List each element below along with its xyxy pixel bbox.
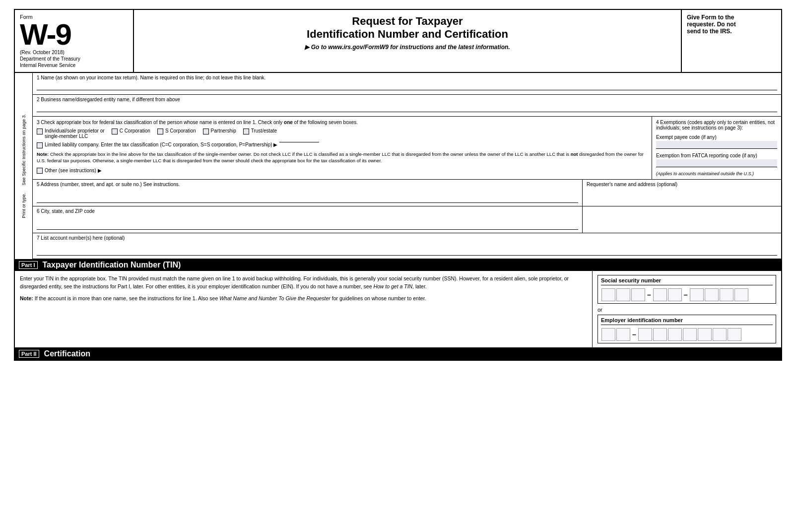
- ein-box-7[interactable]: [698, 328, 712, 341]
- header-instruction: ▶ Go to www.irs.gov/FormW9 for instructi…: [144, 44, 671, 51]
- side-label-text2: See Specific Instructions on page 3.: [21, 114, 26, 186]
- field5-label: 5 Address (number, street, and apt. or s…: [37, 182, 578, 187]
- check-trust: Trust/estate: [243, 128, 277, 134]
- field1-input[interactable]: [37, 81, 777, 90]
- field3-section: 3 Check appropriate box for federal tax …: [33, 117, 652, 179]
- field2-input[interactable]: [37, 103, 777, 112]
- ssn-box-2[interactable]: [616, 288, 630, 301]
- ein-box-6[interactable]: [683, 328, 697, 341]
- part1-note-bold: Note:: [20, 295, 33, 301]
- label-trust: Trust/estate: [251, 128, 277, 133]
- form-body: Print or type. See Specific Instructions…: [15, 73, 781, 259]
- ein-box-4[interactable]: [653, 328, 667, 341]
- ssn-box-7[interactable]: [705, 288, 719, 301]
- checkbox-s-corp[interactable]: [157, 129, 163, 134]
- ein-dash: –: [632, 331, 636, 338]
- checkbox-individual[interactable]: [37, 129, 43, 134]
- row3-4: 3 Check appropriate box for federal tax …: [33, 117, 781, 180]
- what-name-italic: What Name and Number To Give the Request…: [219, 295, 331, 301]
- how-to-get-tin: How to get a TIN,: [373, 283, 414, 289]
- ein-group: Employer identification number –: [597, 315, 776, 343]
- give-form-line2: requester. Do not: [687, 21, 776, 28]
- header-right: Give Form to the requester. Do not send …: [682, 10, 781, 72]
- ssn-dash-1: –: [647, 291, 651, 299]
- ssn-box-9[interactable]: [734, 288, 748, 301]
- check-individual: Individual/sole proprietor orsingle-memb…: [37, 128, 105, 139]
- part1-body: Enter your TIN in the appropriate box. T…: [15, 271, 781, 348]
- field6-row: 6 City, state, and ZIP code: [33, 206, 781, 233]
- field6-input[interactable]: [37, 221, 578, 230]
- ssn-box-5[interactable]: [668, 288, 682, 301]
- field7-input[interactable]: [37, 247, 777, 256]
- check-c-corp: C Corporation: [112, 128, 150, 134]
- checkbox-trust[interactable]: [243, 129, 249, 134]
- ssn-box-3[interactable]: [631, 288, 645, 301]
- side-label: Print or type. See Specific Instructions…: [20, 112, 27, 220]
- other-row: Other (see instructions) ▶: [37, 167, 648, 174]
- ein-box-5[interactable]: [668, 328, 682, 341]
- part2-badge: Part II: [19, 350, 39, 358]
- field2-row: 2 Business name/disregarded entity name,…: [33, 95, 781, 117]
- label-individual: Individual/sole proprietor orsingle-memb…: [45, 128, 105, 139]
- ssn-box-8[interactable]: [720, 288, 733, 301]
- check-s-corp: S Corporation: [157, 128, 196, 134]
- field3-label-one: one: [284, 120, 293, 125]
- ein-box-3[interactable]: [638, 328, 652, 341]
- other-label: Other (see instructions) ▶: [45, 168, 102, 173]
- ssn-dash-2: –: [684, 291, 688, 299]
- field5-row: 5 Address (number, street, and apt. or s…: [33, 180, 781, 206]
- instruction-text: ▶ Go to www.irs.gov/FormW9 for instructi…: [305, 44, 510, 51]
- part2-header: Part II Certification: [15, 348, 781, 360]
- ein-box-1[interactable]: [601, 328, 615, 341]
- ein-box-9[interactable]: [728, 328, 741, 341]
- w9-form: Form W-9 (Rev. October 2018) Department …: [14, 9, 782, 361]
- field6-right: [583, 206, 781, 233]
- give-form-line1: Give Form to the: [687, 14, 776, 21]
- ein-label: Employer identification number: [601, 317, 773, 325]
- ein-box-2[interactable]: [616, 328, 630, 341]
- part1-header: Part I Taxpayer Identification Number (T…: [15, 259, 781, 271]
- requesters-right: Requester's name and address (optional): [583, 180, 781, 206]
- label-s-corp: S Corporation: [165, 128, 196, 133]
- field6-label: 6 City, state, and ZIP code: [37, 208, 578, 214]
- ssn-group: Social security number – –: [597, 275, 776, 304]
- ssn-box-1[interactable]: [601, 288, 615, 301]
- field3-label: 3 Check appropriate box for federal tax …: [37, 120, 648, 125]
- checkbox-llc[interactable]: [37, 142, 43, 148]
- form-number: W-9: [20, 20, 128, 50]
- checkbox-partnership[interactable]: [203, 129, 209, 134]
- header-left: Form W-9 (Rev. October 2018) Department …: [15, 10, 134, 72]
- part1-badge: Part I: [19, 261, 38, 269]
- note-not: not: [571, 151, 578, 157]
- field1-label: 1 Name (as shown on your income tax retu…: [37, 75, 777, 80]
- exempt-payee-input[interactable]: [656, 141, 777, 149]
- part1-right: Social security number – – or: [593, 271, 781, 347]
- field7-label: 7 List account number(s) here (optional): [37, 235, 777, 241]
- ssn-box-4[interactable]: [653, 288, 667, 301]
- label-c-corp: C Corporation: [120, 128, 150, 133]
- ein-box-8[interactable]: [713, 328, 727, 341]
- fatca-input[interactable]: [656, 159, 777, 167]
- part1-left: Enter your TIN in the appropriate box. T…: [15, 271, 593, 347]
- ssn-box-6[interactable]: [690, 288, 704, 301]
- field4-section: 4 Exemptions (codes apply only to certai…: [652, 117, 781, 179]
- requesters-label: Requester's name and address (optional): [587, 182, 777, 187]
- exempt-payee-label: Exempt payee code (if any): [656, 134, 777, 140]
- form-header: Form W-9 (Rev. October 2018) Department …: [15, 10, 781, 73]
- field7-row: 7 List account number(s) here (optional): [33, 233, 781, 259]
- header-center: Request for Taxpayer Identification Numb…: [134, 10, 682, 72]
- form-fields: 1 Name (as shown on your income tax retu…: [33, 73, 781, 259]
- header-title-main: Request for Taxpayer: [144, 15, 671, 28]
- label-partnership: Partnership: [211, 128, 236, 133]
- llc-line-input[interactable]: [279, 142, 319, 142]
- checkbox-c-corp[interactable]: [112, 129, 118, 134]
- or-text: or: [597, 307, 776, 313]
- fatca-label: Exemption from FATCA reporting code (if …: [656, 153, 777, 158]
- classification-boxes: Individual/sole proprietor orsingle-memb…: [37, 128, 648, 139]
- field1-row: 1 Name (as shown on your income tax retu…: [33, 73, 781, 95]
- field5-input[interactable]: [37, 194, 578, 203]
- field3-label-post: of the following seven boxes.: [293, 120, 358, 125]
- llc-label: Limited liability company. Enter the tax…: [45, 142, 277, 147]
- checkbox-other[interactable]: [37, 168, 43, 174]
- form-dept-line1: Department of the Treasury: [20, 56, 128, 62]
